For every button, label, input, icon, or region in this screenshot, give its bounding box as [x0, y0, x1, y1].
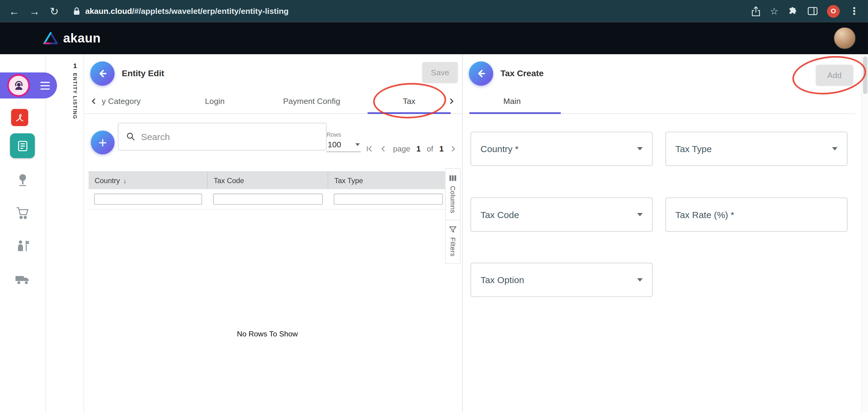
- save-button[interactable]: Save: [422, 62, 458, 82]
- columns-tool-button[interactable]: Columns: [446, 169, 460, 220]
- address-bar[interactable]: akaun.cloud/#/applets/wavelet/erp/entity…: [73, 6, 288, 16]
- browser-profile-avatar[interactable]: O: [827, 5, 840, 18]
- entity-edit-panel: Entity Edit Save y Category Login Paymen…: [84, 54, 463, 412]
- profile-letter: O: [831, 7, 836, 15]
- next-page-icon[interactable]: [450, 145, 458, 153]
- lock-icon: [73, 7, 80, 15]
- plus-icon: +: [98, 135, 107, 150]
- forward-icon[interactable]: →: [29, 6, 40, 16]
- search-input[interactable]: [141, 131, 318, 142]
- column-header-tax-code[interactable]: Tax Code: [208, 172, 328, 189]
- tax-type-select[interactable]: Tax Type: [665, 132, 847, 166]
- column-header-tax-type[interactable]: Tax Type: [328, 172, 448, 189]
- rows-label: Rows: [327, 131, 361, 138]
- column-label: Tax Code: [214, 176, 244, 185]
- field-label: Country *: [480, 144, 518, 154]
- tax-table-filter-row: [89, 189, 448, 210]
- tab-tax[interactable]: Tax: [403, 89, 415, 114]
- agent-flag-icon: [16, 239, 30, 253]
- user-avatar[interactable]: [834, 27, 856, 49]
- filter-input-tax-code[interactable]: [213, 194, 323, 205]
- shopping-cart-icon: [16, 206, 30, 220]
- erp-applet-button[interactable]: [10, 133, 35, 159]
- entity-edit-back-button[interactable]: [90, 62, 115, 86]
- url-path: /#/applets/wavelet/erp/entity/entity-lis…: [132, 7, 288, 15]
- grid-side-toolbar: Columns Filters: [445, 168, 461, 264]
- active-applet-pill[interactable]: [0, 73, 57, 99]
- add-button[interactable]: Add: [816, 65, 853, 85]
- entity-edit-tabbar: y Category Login Payment Config Tax: [84, 89, 463, 114]
- agent-applet-button[interactable]: [15, 239, 30, 254]
- bookmark-star-icon[interactable]: ☆: [770, 5, 778, 17]
- tab-payment-config[interactable]: Payment Config: [283, 89, 340, 114]
- pdf-applet-button[interactable]: [11, 109, 28, 126]
- first-page-icon[interactable]: [365, 145, 373, 153]
- columns-tool-label: Columns: [449, 186, 457, 213]
- field-label: Tax Rate (%) *: [675, 209, 734, 220]
- tax-create-panel: Tax Create Add Main Country * Tax Type T…: [463, 54, 868, 412]
- app-header: akaun: [0, 22, 868, 54]
- columns-icon: [449, 174, 457, 182]
- vertical-tab-label: ENTITY LISTING: [72, 73, 78, 119]
- country-select[interactable]: Country *: [470, 132, 652, 166]
- window-scrollbar[interactable]: [861, 54, 868, 412]
- tax-search-box[interactable]: [118, 123, 327, 150]
- tab-category[interactable]: y Category: [102, 89, 141, 114]
- entity-edit-title: Entity Edit: [122, 69, 164, 79]
- chevron-down-icon: [637, 213, 643, 216]
- pagination: page 1 of 1: [365, 141, 471, 157]
- page-word: page: [393, 144, 410, 153]
- of-word: of: [427, 144, 433, 153]
- sort-desc-icon: ↓: [123, 177, 127, 184]
- hamburger-menu-icon[interactable]: [40, 82, 50, 90]
- refresh-icon[interactable]: ↻: [50, 6, 59, 16]
- pdf-icon: [14, 112, 25, 123]
- support-agent-applet-icon[interactable]: [7, 74, 30, 97]
- browser-chrome: ← → ↻ akaun.cloud/#/applets/wavelet/erp/…: [0, 0, 868, 22]
- total-pages: 1: [439, 144, 444, 153]
- scrollbar-thumb[interactable]: [863, 56, 867, 94]
- url-host: akaun.cloud: [85, 7, 132, 15]
- prev-page-icon[interactable]: [379, 145, 387, 153]
- chevron-down-icon: [355, 143, 360, 146]
- filters-tool-button[interactable]: Filters: [446, 220, 460, 264]
- filter-input-country[interactable]: [94, 194, 202, 205]
- vertical-tab-strip[interactable]: 1 ENTITY LISTING: [66, 54, 84, 412]
- logistics-applet-button[interactable]: [15, 272, 30, 287]
- field-label: Tax Code: [480, 209, 519, 220]
- filters-tool-label: Filters: [449, 238, 457, 257]
- add-tax-row-button[interactable]: +: [91, 130, 115, 154]
- filter-input-tax-type[interactable]: [334, 194, 443, 205]
- brand-name: akaun: [63, 31, 101, 46]
- back-icon[interactable]: ←: [9, 6, 19, 16]
- cart-applet-button[interactable]: [15, 205, 30, 220]
- browser-menu-icon[interactable]: ⋮: [849, 5, 859, 17]
- tax-code-select[interactable]: Tax Code: [470, 198, 652, 232]
- share-icon[interactable]: [751, 6, 761, 16]
- filter-funnel-icon: [449, 226, 457, 234]
- tax-option-select[interactable]: Tax Option: [470, 263, 652, 297]
- brand-logo[interactable]: akaun: [43, 22, 101, 54]
- tab-login[interactable]: Login: [205, 89, 224, 114]
- tree-applet-button[interactable]: [15, 172, 30, 187]
- tax-table-header: Country ↓ Tax Code Tax Type: [89, 171, 448, 189]
- tax-create-tabbar: Main: [470, 89, 855, 114]
- search-icon: [126, 132, 135, 142]
- tab-main[interactable]: Main: [503, 89, 521, 114]
- extensions-puzzle-icon[interactable]: [788, 6, 798, 16]
- column-header-country[interactable]: Country ↓: [89, 172, 208, 189]
- headset-person-icon: [12, 79, 24, 92]
- ledger-icon: [16, 139, 29, 152]
- tabs-scroll-left-icon[interactable]: [90, 89, 98, 114]
- side-panel-icon[interactable]: [808, 7, 818, 15]
- chevron-down-icon: [832, 147, 838, 150]
- app-body: 1 ENTITY LISTING Entity Edit Save y Cate…: [0, 54, 868, 412]
- rows-per-page-control[interactable]: Rows 100: [327, 131, 361, 152]
- tabs-scroll-right-icon[interactable]: [448, 89, 456, 114]
- chevron-down-icon: [637, 147, 643, 150]
- applet-icon-rail: [0, 54, 46, 412]
- tax-rate-field[interactable]: Tax Rate (%) *: [665, 198, 847, 232]
- tax-create-back-button[interactable]: [469, 62, 493, 86]
- truck-icon: [15, 273, 30, 285]
- field-label: Tax Option: [480, 275, 524, 285]
